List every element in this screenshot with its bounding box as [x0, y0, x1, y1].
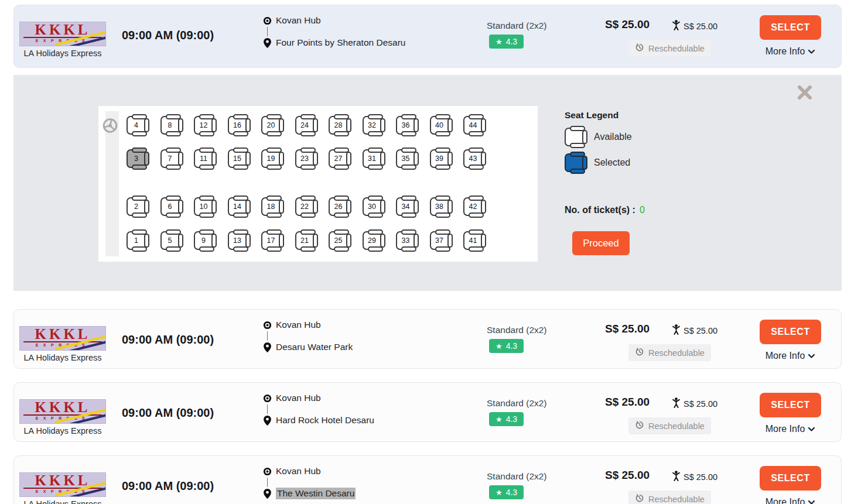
seat-backrest — [447, 234, 453, 248]
seat-armrest — [166, 246, 181, 252]
seat[interactable]: 36 — [396, 114, 419, 136]
seat-armrest — [233, 164, 248, 170]
seat[interactable]: 9 — [194, 229, 217, 252]
more-info-toggle[interactable]: More Info — [760, 497, 821, 504]
seat[interactable]: 44 — [463, 114, 486, 136]
more-info-toggle[interactable]: More Info — [760, 351, 821, 361]
seat[interactable]: 8 — [160, 114, 183, 136]
select-button[interactable]: SELECT — [760, 393, 821, 417]
proceed-button[interactable]: Proceed — [572, 231, 630, 255]
seat-backrest — [178, 152, 183, 166]
seat[interactable]: 22 — [295, 196, 318, 218]
bus-class-label: Standard (2x2) — [487, 398, 547, 409]
seat[interactable]: 2 — [127, 196, 149, 218]
seat-backrest — [144, 234, 149, 248]
seat[interactable]: 25 — [329, 229, 351, 252]
departure-time: 09:00 AM (09:00) — [122, 479, 214, 493]
seat[interactable]: 27 — [329, 148, 351, 170]
seat-armrest — [334, 212, 349, 218]
reschedulable-badge: Reschedulable — [628, 417, 711, 434]
per-pax-price: S$ 25.00 — [672, 471, 717, 483]
reschedulable-badge: Reschedulable — [628, 491, 711, 504]
seat[interactable]: 32 — [363, 114, 385, 136]
seat[interactable]: 16 — [228, 114, 251, 136]
seat-backrest — [380, 234, 385, 248]
select-button[interactable]: SELECT — [760, 15, 821, 40]
origin-icon — [263, 16, 272, 25]
seat[interactable]: 10 — [194, 196, 217, 218]
ticket-count-line: No. of ticket(s) :0 — [565, 205, 752, 215]
seat[interactable]: 38 — [430, 196, 453, 218]
seat[interactable]: 11 — [194, 148, 217, 170]
seat[interactable]: 35 — [396, 148, 419, 170]
departure-time: 09:00 AM (09:00) — [122, 333, 214, 347]
seat[interactable]: 20 — [261, 114, 284, 136]
more-info-toggle[interactable]: More Info — [760, 424, 821, 434]
seat[interactable]: 12 — [194, 114, 217, 136]
seat[interactable]: 7 — [160, 148, 183, 170]
rating-value: 4.3 — [506, 414, 517, 424]
seat-map: 4812162024283236404437111519232731353943… — [98, 106, 538, 262]
seat-backrest — [346, 118, 351, 132]
seat-armrest — [334, 164, 349, 170]
seat-armrest — [570, 143, 585, 148]
seat[interactable]: 39 — [430, 148, 453, 170]
seat[interactable]: 37 — [430, 229, 453, 252]
seat-backrest — [346, 152, 351, 166]
seat[interactable]: 6 — [160, 196, 183, 218]
seat[interactable]: 3 — [127, 148, 149, 170]
seat[interactable]: 15 — [228, 148, 251, 170]
seat-armrest — [199, 164, 214, 170]
more-info-toggle[interactable]: More Info — [760, 46, 821, 57]
seat[interactable]: 41 — [463, 229, 486, 252]
select-button[interactable]: SELECT — [760, 320, 821, 344]
seat[interactable]: 21 — [295, 229, 318, 252]
seat[interactable]: 43 — [463, 148, 486, 170]
seat-armrest — [266, 212, 282, 218]
seat[interactable]: 31 — [363, 148, 385, 170]
seat-backrest — [178, 234, 183, 248]
seat[interactable]: 24 — [295, 114, 318, 136]
seat[interactable]: 28 — [329, 114, 351, 136]
close-icon[interactable] — [797, 84, 813, 101]
seat-row: 26101418222630343842 — [127, 196, 486, 218]
seat-armrest — [300, 164, 316, 170]
bus-search-results-page: KKKL EXPRESS LA Holidays Express 09:00 A… — [0, 0, 868, 504]
rating-value: 4.3 — [506, 341, 517, 351]
seat[interactable]: 17 — [261, 229, 284, 252]
seat[interactable]: 42 — [463, 196, 486, 218]
person-icon — [672, 397, 680, 410]
seat[interactable]: 1 — [127, 229, 149, 252]
seat[interactable]: 13 — [228, 229, 251, 252]
seat-backrest — [346, 234, 351, 248]
seat[interactable]: 18 — [261, 196, 284, 218]
person-icon — [672, 471, 680, 483]
seat[interactable]: 34 — [396, 196, 419, 218]
seat[interactable]: 26 — [329, 196, 351, 218]
seat[interactable]: 5 — [160, 229, 183, 252]
seat[interactable]: 40 — [430, 114, 453, 136]
seat[interactable]: 30 — [363, 196, 385, 218]
seat[interactable]: 19 — [261, 148, 284, 170]
seat-armrest — [435, 246, 450, 252]
select-button[interactable]: SELECT — [760, 466, 821, 491]
seat-backrest — [313, 234, 318, 248]
seat[interactable]: 4 — [127, 114, 149, 136]
seat-backrest — [380, 118, 385, 132]
seat-armrest — [266, 131, 282, 136]
seat-backrest — [178, 200, 183, 214]
destination-label: The Westin Desaru — [276, 488, 356, 499]
seat-backrest — [481, 152, 486, 166]
seat[interactable]: 29 — [363, 229, 385, 252]
seat-armrest — [401, 246, 416, 252]
seat — [565, 126, 587, 148]
history-icon — [635, 347, 644, 358]
seat[interactable]: 14 — [228, 196, 251, 218]
seat[interactable]: 23 — [295, 148, 318, 170]
seat[interactable]: 33 — [396, 229, 419, 252]
seat-backrest — [582, 130, 587, 144]
departure-time: 09:00 AM (09:00) — [122, 406, 214, 420]
seat-armrest — [266, 164, 282, 170]
origin-label: Kovan Hub — [276, 320, 321, 330]
chevron-down-icon — [808, 351, 815, 361]
